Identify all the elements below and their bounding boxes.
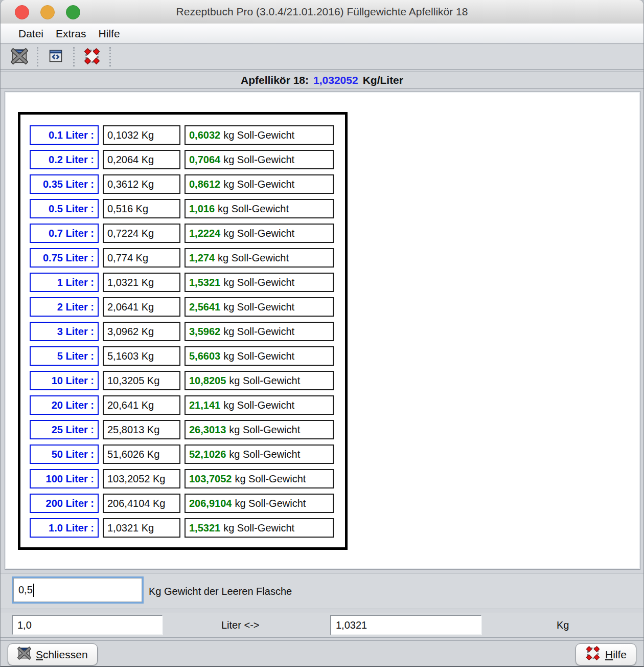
soll-weight-box: 1,5321kg Soll-Gewicht bbox=[185, 518, 334, 538]
soll-weight-box: 1,5321kg Soll-Gewicht bbox=[185, 273, 334, 292]
liter-button[interactable]: 0.2 Liter : bbox=[30, 150, 99, 169]
title-bar: Rezeptbuch Pro (3.0.4/21.01.2016) Füllge… bbox=[1, 0, 643, 24]
soll-weight-value: 5,6603 bbox=[189, 350, 220, 362]
liter-button[interactable]: 25 Liter : bbox=[30, 420, 99, 439]
menu-item-datei[interactable]: Datei bbox=[18, 28, 43, 40]
text-caret bbox=[33, 584, 34, 597]
soll-weight-box: 3,5962kg Soll-Gewicht bbox=[185, 322, 334, 341]
soll-weight-box: 52,1026kg Soll-Gewicht bbox=[185, 444, 334, 464]
bottle-weight-label: Kg Gewicht der Leeren Flasche bbox=[149, 573, 292, 610]
kg-value-box: 0,516 Kg bbox=[103, 199, 180, 218]
soll-weight-value: 1,016 bbox=[189, 203, 215, 215]
liter-button[interactable]: 100 Liter : bbox=[30, 469, 99, 488]
footer-bar: Schliessen Hilfe bbox=[1, 640, 643, 667]
soll-weight-value: 1,2224 bbox=[189, 228, 220, 239]
kg-value-box: 10,3205 Kg bbox=[103, 371, 180, 390]
close-button-label: Schliessen bbox=[36, 649, 88, 661]
menu-bar: Datei Extras Hilfe bbox=[1, 24, 643, 44]
kg-value-box: 5,1603 Kg bbox=[103, 346, 180, 366]
soll-weight-box: 5,6603kg Soll-Gewicht bbox=[185, 346, 334, 366]
menu-item-hilfe[interactable]: Hilfe bbox=[99, 28, 120, 40]
soll-weight-box: 206,9104kg Soll-Gewicht bbox=[185, 494, 334, 513]
menu-item-extras[interactable]: Extras bbox=[56, 28, 86, 40]
soll-weight-value: 2,5641 bbox=[189, 301, 220, 313]
kg-value-box: 0,1032 Kg bbox=[103, 125, 180, 145]
table-row: 0.35 Liter :0,3612 Kg0,8612kg Soll-Gewic… bbox=[30, 174, 345, 194]
help-frame-icon bbox=[83, 48, 101, 66]
liter-button[interactable]: 0.75 Liter : bbox=[30, 248, 99, 268]
table-row: 0.2 Liter :0,2064 Kg0,7064kg Soll-Gewich… bbox=[30, 150, 345, 169]
soll-weight-box: 103,7052kg Soll-Gewicht bbox=[185, 469, 334, 488]
liter-button[interactable]: 0.35 Liter : bbox=[30, 174, 99, 194]
table-row: 1 Liter :1,0321 Kg1,5321kg Soll-Gewicht bbox=[30, 273, 345, 292]
window-title: Rezeptbuch Pro (3.0.4/21.01.2016) Füllge… bbox=[176, 6, 468, 18]
help-button-label: Hilfe bbox=[605, 649, 627, 661]
table-row: 1.0 Liter :1,0321 Kg1,5321kg Soll-Gewich… bbox=[30, 518, 345, 538]
soll-weight-value: 1,274 bbox=[189, 252, 215, 264]
toolbar-close-button[interactable] bbox=[10, 47, 29, 66]
soll-weight-box: 0,6032kg Soll-Gewicht bbox=[185, 125, 334, 145]
table-row: 3 Liter :3,0962 Kg3,5962kg Soll-Gewicht bbox=[30, 322, 345, 341]
soll-weight-box: 21,141kg Soll-Gewicht bbox=[185, 395, 334, 415]
kg-value-box: 2,0641 Kg bbox=[103, 297, 180, 317]
close-window-icon bbox=[11, 48, 28, 66]
kg-input-value: 1,0321 bbox=[336, 619, 367, 631]
toolbar-help-button[interactable] bbox=[82, 47, 102, 66]
soll-weight-value: 0,6032 bbox=[189, 129, 220, 141]
soll-weight-value: 206,9104 bbox=[189, 498, 232, 509]
liter-input[interactable]: 1,0 bbox=[12, 615, 163, 635]
soll-weight-value: 103,7052 bbox=[189, 473, 232, 485]
converter-section: 1,0 Liter <-> 1,0321 Kg bbox=[1, 612, 643, 638]
kg-value-box: 20,641 Kg bbox=[103, 395, 180, 415]
liter-button[interactable]: 20 Liter : bbox=[30, 395, 99, 415]
soll-weight-value: 3,5962 bbox=[189, 326, 220, 338]
soll-weight-box: 1,274kg Soll-Gewicht bbox=[185, 248, 334, 268]
liter-button[interactable]: 2 Liter : bbox=[30, 297, 99, 317]
soll-weight-box: 0,7064kg Soll-Gewicht bbox=[185, 150, 334, 169]
bottle-weight-input[interactable]: 0,5 bbox=[13, 578, 142, 602]
kg-input[interactable]: 1,0321 bbox=[330, 615, 482, 635]
kg-value-box: 0,7224 Kg bbox=[103, 224, 180, 243]
converter-label: Liter <-> bbox=[221, 612, 259, 638]
soll-weight-value: 0,8612 bbox=[189, 179, 220, 190]
toolbar-transfer-button[interactable] bbox=[46, 47, 65, 66]
close-window-traffic-button[interactable] bbox=[15, 5, 29, 19]
soll-weight-box: 1,2224kg Soll-Gewicht bbox=[185, 224, 334, 243]
density-value: 1,032052 bbox=[313, 74, 358, 86]
liter-button[interactable]: 0.5 Liter : bbox=[30, 199, 99, 218]
soll-weight-value: 10,8205 bbox=[189, 375, 226, 387]
minimize-window-traffic-button[interactable] bbox=[40, 5, 55, 19]
soll-weight-value: 0,7064 bbox=[189, 154, 220, 166]
toolbar-separator bbox=[37, 47, 38, 66]
app-window: Rezeptbuch Pro (3.0.4/21.01.2016) Füllge… bbox=[0, 0, 644, 667]
liter-button[interactable]: 0.7 Liter : bbox=[30, 224, 99, 243]
liter-button[interactable]: 3 Liter : bbox=[30, 322, 99, 341]
toolbar-separator bbox=[73, 47, 75, 66]
soll-weight-box: 26,3013kg Soll-Gewicht bbox=[185, 420, 334, 439]
kg-value-box: 0,774 Kg bbox=[103, 248, 180, 268]
zoom-window-traffic-button[interactable] bbox=[66, 5, 80, 19]
liter-button[interactable]: 10 Liter : bbox=[30, 371, 99, 390]
liter-button[interactable]: 1 Liter : bbox=[30, 273, 99, 292]
density-unit-label: Kg/Liter bbox=[363, 74, 403, 86]
transfer-window-icon bbox=[48, 49, 64, 65]
help-button[interactable]: Hilfe bbox=[576, 643, 636, 665]
soll-weight-value: 21,141 bbox=[189, 399, 220, 411]
table-row: 200 Liter :206,4104 Kg206,9104kg Soll-Ge… bbox=[30, 494, 345, 513]
liter-button[interactable]: 1.0 Liter : bbox=[30, 518, 99, 538]
liter-button[interactable]: 200 Liter : bbox=[30, 494, 99, 513]
liter-button[interactable]: 50 Liter : bbox=[30, 444, 99, 464]
table-row: 100 Liter :103,2052 Kg103,7052kg Soll-Ge… bbox=[30, 469, 345, 488]
table-row: 10 Liter :10,3205 Kg10,8205kg Soll-Gewic… bbox=[30, 371, 345, 390]
soll-weight-value: 26,3013 bbox=[189, 424, 226, 436]
kg-value-box: 51,6026 Kg bbox=[103, 444, 180, 464]
close-button[interactable]: Schliessen bbox=[8, 643, 98, 665]
toolbar-separator bbox=[109, 47, 111, 66]
table-row: 0.75 Liter :0,774 Kg1,274kg Soll-Gewicht bbox=[30, 248, 345, 268]
kg-unit-label: Kg bbox=[557, 612, 569, 638]
soll-weight-value: 1,5321 bbox=[189, 522, 220, 534]
kg-value-box: 0,2064 Kg bbox=[103, 150, 180, 169]
liter-button[interactable]: 5 Liter : bbox=[30, 346, 99, 366]
table-row: 20 Liter :20,641 Kg21,141kg Soll-Gewicht bbox=[30, 395, 345, 415]
liter-button[interactable]: 0.1 Liter : bbox=[30, 125, 99, 145]
